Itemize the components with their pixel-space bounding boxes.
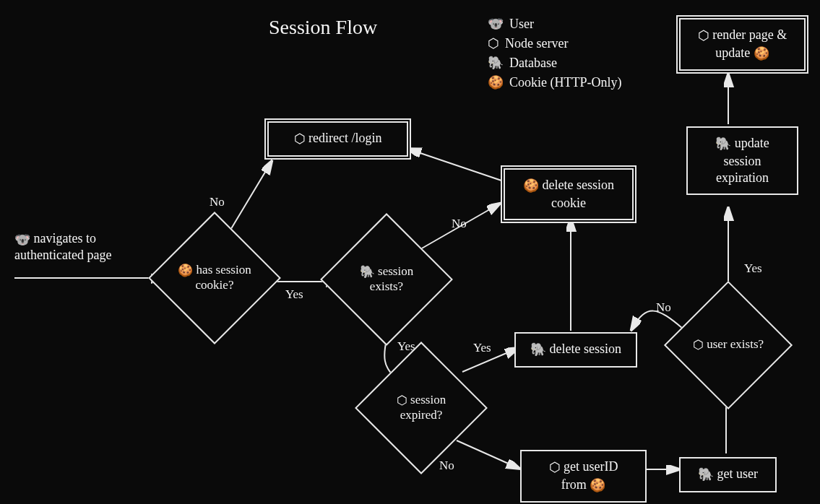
elephant-icon: 🐘	[715, 136, 731, 152]
node-delete-cookie: 🍪 delete session cookie	[504, 168, 634, 220]
start-node: 🐨 navigates to authenticated page	[14, 231, 152, 263]
cookie-icon: 🍪	[590, 477, 605, 494]
decision-has-cookie: 🍪 has session cookie?	[168, 231, 262, 325]
decision-user-exists: ⬡ user exists?	[683, 300, 774, 391]
koala-icon: 🐨	[488, 14, 504, 34]
legend-user: 🐨 User	[488, 14, 621, 34]
hexagon-icon: ⬡	[549, 459, 561, 476]
legend-cookie-label: Cookie (HTTP-Only)	[509, 73, 621, 92]
hexagon-icon: ⬡	[294, 131, 306, 147]
legend-user-label: User	[509, 14, 534, 34]
edge-yes-1: Yes	[285, 287, 303, 302]
render-text: render page & update	[712, 27, 787, 60]
edge-no-2: No	[452, 217, 467, 231]
cookie-icon: 🍪	[488, 73, 504, 92]
delete-cookie-text: delete session cookie	[543, 178, 614, 210]
decision-session-expired: ⬡ session expired?	[374, 361, 468, 455]
edge-yes-4: Yes	[744, 261, 762, 276]
node-get-userid: ⬡ get userID from 🍪	[520, 450, 647, 503]
delete-session-text: delete session	[550, 342, 621, 356]
node-render-page: ⬡ render page & update 🍪	[679, 18, 806, 71]
node-redirect-login: ⬡ redirect /login	[267, 121, 408, 157]
node-delete-session: 🐘 delete session	[514, 332, 637, 368]
edge-yes-3: Yes	[473, 341, 491, 355]
edge-no-3: No	[439, 459, 454, 473]
legend-node-label: Node server	[505, 34, 568, 53]
hexagon-icon: ⬡	[397, 394, 407, 408]
edge-no-4: No	[656, 300, 671, 315]
elephant-icon: 🐘	[698, 466, 714, 483]
legend-db-label: Database	[509, 53, 557, 73]
koala-icon: 🐨	[14, 232, 30, 248]
elephant-icon: 🐘	[360, 265, 375, 279]
session-exists-text: session exists?	[370, 264, 413, 293]
diagram-title: Session Flow	[269, 16, 377, 39]
has-cookie-text: has session cookie?	[196, 263, 251, 292]
hexagon-icon: ⬡	[698, 27, 709, 44]
redirect-text: redirect /login	[308, 131, 381, 145]
user-exists-text: user exists?	[707, 337, 764, 351]
edge-no-1: No	[210, 195, 225, 209]
node-update-expiration: 🐘 update session expiration	[686, 126, 798, 195]
elephant-icon: 🐘	[530, 342, 546, 358]
elephant-icon: 🐘	[488, 53, 504, 73]
legend: 🐨 User ⬡ Node server 🐘 Database 🍪 Cookie…	[488, 14, 621, 92]
legend-cookie: 🍪 Cookie (HTTP-Only)	[488, 73, 621, 92]
legend-node: ⬡ Node server	[488, 34, 621, 53]
get-user-text: get user	[717, 466, 758, 481]
hexagon-icon: ⬡	[488, 34, 499, 53]
hexagon-icon: ⬡	[693, 338, 704, 352]
legend-db: 🐘 Database	[488, 53, 621, 73]
cookie-icon: 🍪	[754, 45, 769, 62]
decision-session-exists: 🐘 session exists?	[340, 233, 433, 326]
node-get-user: 🐘 get user	[679, 457, 777, 492]
cookie-icon: 🍪	[178, 264, 193, 278]
cookie-icon: 🍪	[523, 178, 539, 194]
